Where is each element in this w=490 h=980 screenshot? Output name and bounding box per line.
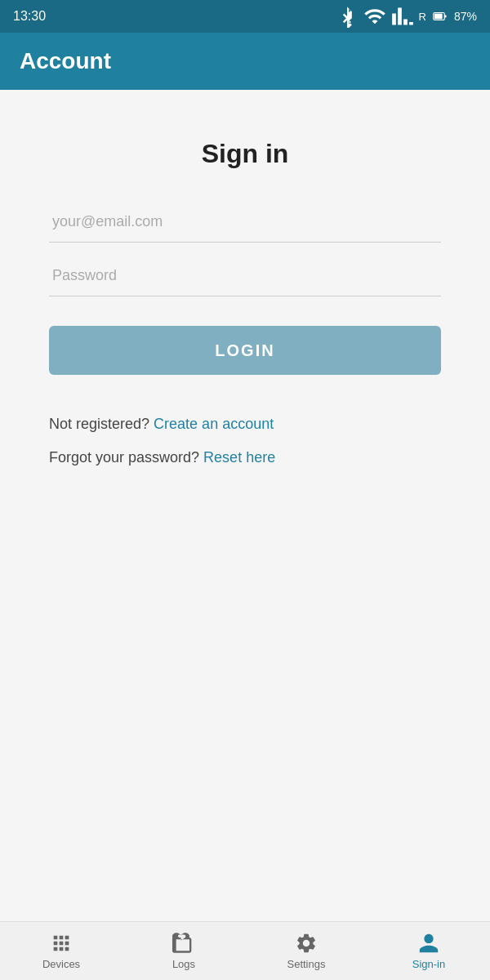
nav-label-settings: Settings xyxy=(287,958,326,970)
main-content: Sign in LOGIN Not registered? Create an … xyxy=(0,90,490,921)
login-form: LOGIN xyxy=(49,202,441,375)
create-account-link[interactable]: Create an account xyxy=(154,416,274,432)
nav-label-logs: Logs xyxy=(172,958,195,970)
status-bar: 13:30 R 87% xyxy=(0,0,490,33)
nav-item-devices[interactable]: Devices xyxy=(0,932,122,970)
svg-rect-2 xyxy=(444,16,446,18)
status-time: 13:30 xyxy=(13,9,46,24)
bluetooth-icon xyxy=(336,5,359,28)
nav-label-devices: Devices xyxy=(42,958,80,970)
nav-item-logs[interactable]: Logs xyxy=(122,932,245,970)
logs-icon xyxy=(172,932,195,955)
app-header: Account xyxy=(0,33,490,90)
nav-item-settings[interactable]: Settings xyxy=(245,932,368,970)
devices-icon xyxy=(50,932,73,955)
nav-item-signin[interactable]: Sign-in xyxy=(368,932,490,970)
battery-icon xyxy=(431,9,449,24)
settings-icon xyxy=(295,932,318,955)
bottom-nav: Devices Logs Settings Sign-in xyxy=(0,921,490,980)
nav-label-signin: Sign-in xyxy=(412,958,445,970)
sign-in-title: Sign in xyxy=(202,139,289,169)
signin-icon xyxy=(417,932,440,955)
forgot-password-text: Forgot your password? xyxy=(49,449,199,466)
links-section: Not registered? Create an account Forgot… xyxy=(49,416,441,466)
login-button[interactable]: LOGIN xyxy=(49,326,441,375)
signal-icon xyxy=(391,5,414,28)
wifi-icon xyxy=(363,5,386,28)
status-icons: R 87% xyxy=(336,5,477,28)
battery-r-label: R xyxy=(419,11,426,23)
password-field[interactable] xyxy=(49,256,441,296)
reset-here-link[interactable]: Reset here xyxy=(203,449,275,466)
page-title: Account xyxy=(20,48,111,74)
email-field[interactable] xyxy=(49,202,441,243)
battery-percent: 87% xyxy=(454,10,477,23)
register-row: Not registered? Create an account xyxy=(49,416,441,433)
forgot-password-row: Forgot your password? Reset here xyxy=(49,449,441,466)
not-registered-text: Not registered? xyxy=(49,416,149,432)
svg-rect-1 xyxy=(434,14,443,20)
